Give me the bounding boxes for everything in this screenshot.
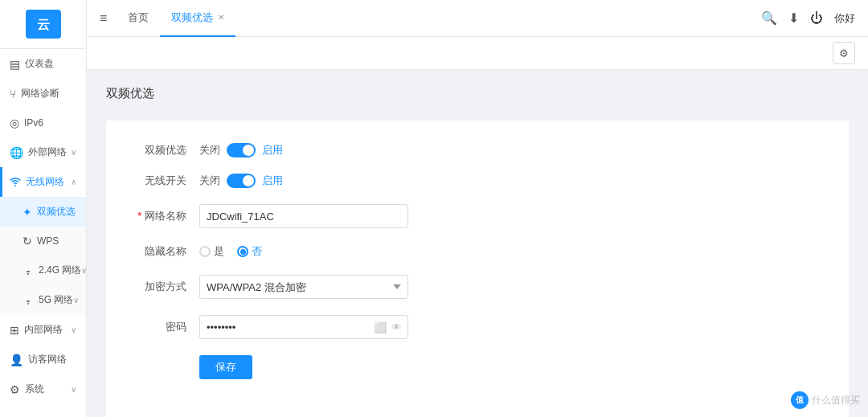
system-icon: ⚙ [10, 383, 20, 396]
sidebar-item-dual-band[interactable]: ✦ 双频优选 [0, 197, 86, 227]
wireless-toggle[interactable] [227, 174, 256, 188]
hidden-name-label: 隐藏名称 [122, 244, 186, 259]
wireless-switch-row: 无线开关 关闭 启用 [122, 174, 817, 188]
chevron-down-icon: ∨ [71, 148, 76, 157]
wireless-submenu: ✦ 双频优选 ↻ WPS 2.4G 网络 ∨ 5G 网络 ∨ [0, 197, 86, 315]
sidebar-navigation: ▤ 仪表盘 ⑂ 网络诊断 ◎ IPv6 🌐 外部网络 ∨ 无线网络 ∧ [0, 49, 86, 417]
encryption-control: WPA/WPA2 混合加密 WPA2 WPA3 无加密 [199, 275, 408, 299]
topbar: ≡ 首页 双频优选 ✕ 🔍 ⬇ ⏻ 你好 [87, 0, 868, 37]
guest-icon: 👤 [10, 354, 23, 366]
dual-band-icon: ✦ [23, 206, 32, 219]
sidebar-item-dashboard[interactable]: ▤ 仪表盘 [0, 49, 86, 79]
hamburger-button[interactable]: ≡ [100, 11, 107, 26]
dual-band-toggle[interactable] [227, 143, 256, 157]
hidden-no-label: 是 [214, 244, 224, 259]
hidden-name-radio-group: 是 否 [199, 244, 408, 259]
external-network-icon: 🌐 [10, 146, 23, 159]
password-icons: ⬜ 👁 [374, 321, 402, 333]
dual-band-off-label: 关闭 [199, 143, 220, 157]
hidden-no-option[interactable]: 是 [199, 244, 224, 259]
sidebar-item-24g[interactable]: 2.4G 网络 ∨ [0, 256, 86, 285]
network-name-input[interactable] [199, 204, 408, 228]
chevron-down-system-icon: ∨ [71, 385, 76, 394]
main-content: ≡ 首页 双频优选 ✕ 🔍 ⬇ ⏻ 你好 ⚙ 双频优选 [87, 0, 868, 417]
sidebar-item-wps[interactable]: ↻ WPS [0, 227, 86, 256]
sidebar-label-external-network: 外部网络 [28, 145, 71, 159]
network-name-row: 网络名称 [122, 204, 817, 228]
sidebar-item-ipv6[interactable]: ◎ IPv6 [0, 108, 86, 137]
save-row: 保存 [122, 355, 817, 379]
copy-icon[interactable]: ⬜ [374, 321, 387, 333]
sidebar-item-5g[interactable]: 5G 网络 ∨ [0, 285, 86, 315]
wireless-toggle-group: 关闭 启用 [199, 174, 408, 188]
password-row: 密码 ⬜ 👁 [122, 315, 817, 339]
network-name-label: 网络名称 [122, 209, 186, 223]
sidebar-label-dual-band: 双频优选 [37, 205, 76, 219]
sidebar-label-dashboard: 仪表盘 [25, 57, 76, 71]
tab-close-icon[interactable]: ✕ [218, 13, 224, 22]
sidebar-item-system[interactable]: ⚙ 系统 ∨ [0, 374, 86, 404]
sidebar-item-wireless-network[interactable]: 无线网络 ∧ [0, 167, 86, 197]
hidden-yes-label: 否 [252, 244, 262, 259]
page-title: 双频优选 [106, 86, 849, 101]
hidden-no-radio[interactable] [199, 246, 211, 257]
hidden-yes-radio[interactable] [237, 246, 248, 257]
settings-gear-button[interactable]: ⚙ [833, 42, 855, 64]
sidebar-label-ipv6: IPv6 [24, 117, 76, 129]
sidebar-label-5g: 5G 网络 [39, 293, 73, 307]
tab-dual-band[interactable]: 双频优选 ✕ [160, 0, 235, 37]
tab-home[interactable]: 首页 [117, 0, 160, 37]
dual-band-field-label: 双频优选 [122, 143, 186, 157]
topbar-right: 🔍 ⬇ ⏻ 你好 [761, 10, 855, 26]
wireless-apply-link[interactable]: 启用 [262, 174, 283, 188]
chevron-up-icon: ∧ [71, 178, 76, 186]
content-topbar: ⚙ [87, 37, 868, 70]
save-button[interactable]: 保存 [199, 355, 252, 379]
wireless-off-label: 关闭 [199, 174, 220, 188]
search-icon[interactable]: 🔍 [761, 10, 777, 26]
chevron-down-5g-icon: ∨ [73, 296, 79, 305]
sidebar-label-wps: WPS [37, 235, 76, 247]
sidebar-label-wireless-network: 无线网络 [26, 175, 71, 189]
watermark-logo: 值 [791, 391, 809, 409]
download-icon[interactable]: ⬇ [788, 10, 799, 26]
user-label[interactable]: 你好 [834, 11, 855, 26]
password-label: 密码 [122, 320, 186, 334]
dual-band-apply-link[interactable]: 启用 [262, 143, 283, 157]
wifi-5g-icon [23, 294, 34, 307]
encryption-label: 加密方式 [122, 280, 186, 294]
sidebar-label-guest-network: 访客网络 [28, 353, 76, 366]
network-diagnosis-icon: ⑂ [10, 88, 16, 100]
dual-band-row: 双频优选 关闭 启用 [122, 143, 817, 157]
sidebar-item-network-diagnosis[interactable]: ⑂ 网络诊断 [0, 79, 86, 108]
svg-text:云: 云 [37, 18, 50, 31]
sidebar-label-network-diagnosis: 网络诊断 [21, 87, 76, 100]
tab-bar: 首页 双频优选 ✕ [117, 0, 761, 37]
encryption-select[interactable]: WPA/WPA2 混合加密 WPA2 WPA3 无加密 [199, 275, 408, 299]
watermark-text: 什么值得买 [812, 394, 860, 407]
dual-band-toggle-group: 关闭 启用 [199, 143, 408, 157]
wps-icon: ↻ [23, 235, 32, 247]
sidebar-label-system: 系统 [25, 382, 71, 396]
encryption-row: 加密方式 WPA/WPA2 混合加密 WPA2 WPA3 无加密 [122, 275, 817, 299]
sidebar-item-external-network[interactable]: 🌐 外部网络 ∨ [0, 137, 86, 167]
sidebar-item-guest-network[interactable]: 👤 访客网络 [0, 345, 86, 374]
sidebar-item-internal-network[interactable]: ⊞ 内部网络 ∨ [0, 315, 86, 345]
power-icon[interactable]: ⏻ [810, 11, 823, 26]
tab-home-label: 首页 [128, 10, 149, 25]
chevron-down-24g-icon: ∨ [81, 266, 86, 275]
logo: 云 [0, 0, 86, 49]
network-name-control [199, 204, 408, 228]
wireless-switch-label: 无线开关 [122, 174, 186, 188]
eye-icon[interactable]: 👁 [391, 321, 402, 333]
chevron-down-internal-icon: ∨ [71, 325, 76, 334]
sidebar: 云 ▤ 仪表盘 ⑂ 网络诊断 ◎ IPv6 🌐 外部网络 ∨ 无线网络 [0, 0, 87, 417]
watermark: 值 什么值得买 [791, 391, 860, 409]
page-content: 双频优选 双频优选 关闭 启用 无线开关 关闭 [87, 70, 868, 417]
sidebar-label-24g: 2.4G 网络 [39, 264, 81, 277]
hidden-name-row: 隐藏名称 是 否 [122, 244, 817, 259]
tab-dual-band-label: 双频优选 [171, 10, 213, 25]
hidden-yes-option[interactable]: 否 [237, 244, 262, 259]
password-control: ⬜ 👁 [199, 315, 408, 339]
password-wrapper: ⬜ 👁 [199, 315, 408, 339]
